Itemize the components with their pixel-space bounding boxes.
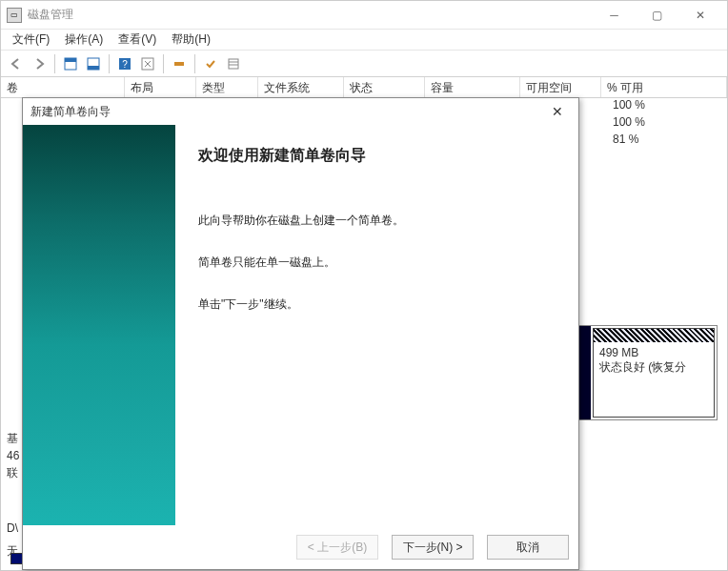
disk-box[interactable]: 499 MB 状态良好 (恢复分: [573, 325, 718, 420]
col-layout[interactable]: 布局: [125, 77, 196, 97]
col-type[interactable]: 类型: [196, 77, 258, 97]
check-icon[interactable]: [199, 53, 222, 74]
properties-icon[interactable]: [168, 53, 191, 74]
menu-help[interactable]: 帮助(H): [164, 30, 218, 50]
col-volume[interactable]: 卷: [1, 77, 125, 97]
disk-labels-cut: 基 46 联 D\ 无: [7, 430, 19, 560]
wizard-text: 单击"下一步"继续。: [198, 296, 556, 313]
volume-table-header: 卷 布局 类型 文件系统 状态 容量 可用空间 % 可用: [1, 77, 727, 98]
wizard-text: 简单卷只能在单一磁盘上。: [198, 254, 556, 271]
titlebar: ▭ 磁盘管理 ─ ▢ ✕: [1, 1, 727, 30]
col-capacity[interactable]: 容量: [425, 77, 520, 97]
svg-text:?: ?: [122, 59, 128, 70]
col-fs[interactable]: 文件系统: [258, 77, 344, 97]
cancel-button[interactable]: 取消: [487, 535, 569, 560]
svg-rect-3: [88, 66, 99, 70]
maximize-button[interactable]: ▢: [636, 2, 678, 29]
menubar: 文件(F) 操作(A) 查看(V) 帮助(H): [1, 30, 727, 51]
next-button[interactable]: 下一步(N) >: [392, 535, 474, 560]
col-free[interactable]: 可用空间: [520, 77, 601, 97]
view-bottom-icon[interactable]: [82, 53, 105, 74]
partition-block[interactable]: 499 MB 状态良好 (恢复分: [593, 328, 715, 418]
help-icon[interactable]: ?: [113, 53, 136, 74]
window-title: 磁盘管理: [28, 7, 593, 23]
back-icon[interactable]: [5, 53, 28, 74]
svg-rect-7: [174, 62, 184, 66]
refresh-icon[interactable]: [136, 53, 159, 74]
partition-size: 499 MB: [599, 346, 708, 359]
menu-view[interactable]: 查看(V): [111, 30, 164, 50]
toolbar: ?: [1, 51, 727, 77]
back-button: < 上一步(B): [296, 535, 378, 560]
wizard-title: 新建简单卷向导: [30, 104, 111, 120]
toolbar-separator: [109, 54, 110, 73]
minimize-button[interactable]: ─: [593, 2, 636, 29]
svg-rect-1: [65, 58, 76, 62]
col-status[interactable]: 状态: [344, 77, 425, 97]
toolbar-separator: [194, 54, 195, 73]
wizard-main: 欢迎使用新建简单卷向导 此向导帮助你在磁盘上创建一个简单卷。 简单卷只能在单一磁…: [175, 125, 578, 525]
close-button[interactable]: ✕: [678, 2, 721, 29]
wizard-footer: < 上一步(B) 下一步(N) > 取消: [23, 525, 578, 569]
toolbar-separator: [54, 54, 55, 73]
wizard-titlebar: 新建简单卷向导 ✕: [23, 98, 578, 125]
wizard-close-button[interactable]: ✕: [544, 100, 571, 123]
wizard-text: 此向导帮助你在磁盘上创建一个简单卷。: [198, 212, 556, 229]
col-pct[interactable]: % 可用: [601, 77, 727, 97]
list-icon[interactable]: [222, 53, 245, 74]
wizard-heading: 欢迎使用新建简单卷向导: [198, 146, 556, 166]
toolbar-separator: [163, 54, 164, 73]
view-top-icon[interactable]: [59, 53, 82, 74]
menu-file[interactable]: 文件(F): [5, 30, 57, 50]
wizard-sidebar-graphic: [23, 125, 175, 525]
app-icon: ▭: [7, 8, 22, 23]
partition-status: 状态良好 (恢复分: [599, 359, 708, 376]
svg-rect-8: [229, 59, 238, 69]
forward-icon[interactable]: [28, 53, 51, 74]
new-simple-volume-wizard: 新建简单卷向导 ✕ 欢迎使用新建简单卷向导 此向导帮助你在磁盘上创建一个简单卷。…: [22, 97, 579, 570]
menu-action[interactable]: 操作(A): [57, 30, 111, 50]
